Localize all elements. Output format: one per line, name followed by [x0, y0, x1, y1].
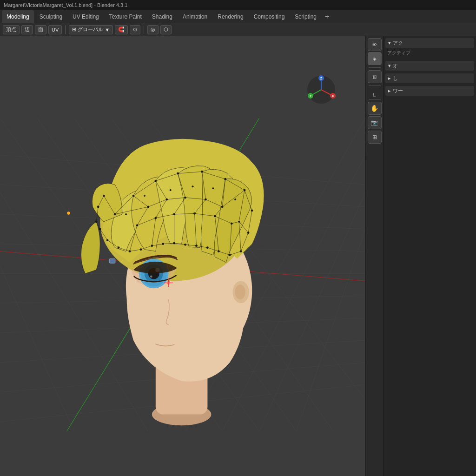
grab-tool-button[interactable]: ✋: [368, 102, 382, 115]
main-area: Z X Y 👁 ◈ ⊞ し: [0, 36, 476, 476]
n-panel-section-options: ▾ オ: [385, 61, 474, 71]
svg-point-56: [103, 195, 105, 197]
tab-compositing[interactable]: Compositing: [249, 10, 290, 23]
transform-icon: ⊞: [72, 26, 76, 33]
tab-rendering[interactable]: Rendering: [213, 10, 248, 23]
snap-button[interactable]: 🧲: [115, 25, 128, 34]
grid-view-button[interactable]: ⊞: [368, 131, 382, 144]
svg-point-69: [144, 195, 145, 197]
mesh-mode-label: 頂点: [6, 26, 16, 33]
xray-icon: ⬡: [164, 26, 168, 33]
tab-scripting[interactable]: Scripting: [290, 10, 321, 23]
svg-text:Z: Z: [320, 77, 323, 80]
n-panel-header-item[interactable]: ▾ アク: [385, 38, 474, 48]
panel-sep-2: [369, 86, 381, 86]
viewport-display-button[interactable]: 👁: [368, 38, 382, 51]
window-title: Margaret\VictoriaMargaret_Vol.1.blend] -…: [4, 2, 127, 8]
n-panel: ▾ アク アクティブ ▾ オ ▸ し ▸ ワー: [383, 36, 476, 476]
overlay-button[interactable]: ◎: [147, 25, 159, 34]
n-panel-collapse-icon: ▾: [388, 40, 391, 46]
tab-texture-paint[interactable]: Texture Paint: [105, 10, 146, 23]
svg-point-137: [150, 275, 152, 278]
svg-point-70: [170, 189, 172, 191]
n-panel-section-item: ▾ アク アクティブ: [385, 38, 474, 58]
viewport-3d[interactable]: Z X Y: [0, 36, 365, 476]
svg-point-72: [212, 187, 214, 189]
transform-label: グローバル: [78, 26, 103, 33]
tab-modeling[interactable]: Modeling: [2, 10, 34, 23]
n-panel-header-workspace[interactable]: ▸ ワー: [385, 86, 474, 96]
tab-sculpting[interactable]: Sculpting: [35, 10, 67, 23]
transform-dropdown[interactable]: ⊞ グローバル ▼: [69, 25, 113, 34]
toolbar-sep-2: [144, 26, 144, 34]
n-panel-toggle[interactable]: し: [371, 88, 377, 97]
n-panel-workspace-label: ワー: [393, 87, 403, 94]
n-panel-view-label: し: [393, 75, 398, 82]
edge-mode-button[interactable]: 辺: [21, 25, 33, 34]
svg-point-71: [192, 185, 194, 187]
title-bar: Margaret\VictoriaMargaret_Vol.1.blend] -…: [0, 0, 476, 10]
svg-rect-142: [110, 259, 115, 262]
panel-sep-3: [369, 99, 381, 99]
toolbar: 頂点 辺 面 UV ⊞ グローバル ▼ 🧲 ⊙ ◎ ⬡: [0, 23, 476, 36]
svg-text:X: X: [332, 94, 334, 98]
right-panel: 👁 ◈ ⊞ し ✋ 📷 ⊞: [365, 36, 383, 476]
svg-point-143: [67, 212, 70, 214]
proportional-icon: ⊙: [133, 26, 137, 33]
mesh-mode-button[interactable]: 頂点: [3, 25, 20, 34]
n-panel-header-options[interactable]: ▾ オ: [385, 61, 474, 71]
snap-icon: 🧲: [118, 26, 125, 33]
n-panel-options-collapse-icon: ▾: [388, 63, 391, 69]
overlay-icon: ◎: [151, 26, 155, 33]
proportional-button[interactable]: ⊙: [130, 25, 140, 34]
toolbar-sep-1: [65, 26, 66, 34]
n-panel-header-view[interactable]: ▸ し: [385, 73, 474, 83]
xray-button[interactable]: ⬡: [160, 25, 172, 34]
svg-text:Y: Y: [310, 94, 312, 98]
n-panel-item-content: アクティブ: [385, 48, 474, 58]
svg-point-29: [235, 284, 245, 299]
n-panel-view-collapse-icon: ▸: [388, 75, 391, 81]
uv-button[interactable]: UV: [48, 25, 62, 34]
n-panel-item-label: アク: [393, 40, 403, 46]
transform-arrow: ▼: [105, 27, 110, 33]
n-panel-workspace-collapse-icon: ▸: [388, 88, 391, 94]
object-mode-button[interactable]: ⊞: [368, 70, 382, 83]
svg-point-73: [234, 198, 236, 200]
svg-point-68: [125, 213, 127, 215]
viewport-shading-button[interactable]: ◈: [368, 52, 382, 65]
n-panel-options-label: オ: [393, 62, 398, 69]
panel-sep-1: [369, 67, 381, 68]
camera-tool-button[interactable]: 📷: [368, 116, 382, 129]
tab-uv-editing[interactable]: UV Editing: [68, 10, 104, 23]
tab-animation[interactable]: Animation: [178, 10, 212, 23]
axis-widget[interactable]: Z X Y: [305, 73, 337, 106]
tab-shading[interactable]: Shading: [147, 10, 177, 23]
n-panel-section-workspace: ▸ ワー: [385, 86, 474, 96]
workspace-bar: Modeling Sculpting UV Editing Texture Pa…: [0, 10, 476, 23]
n-panel-section-view: ▸ し: [385, 73, 474, 83]
face-mode-button[interactable]: 面: [35, 25, 46, 34]
add-workspace-button[interactable]: +: [322, 13, 332, 21]
